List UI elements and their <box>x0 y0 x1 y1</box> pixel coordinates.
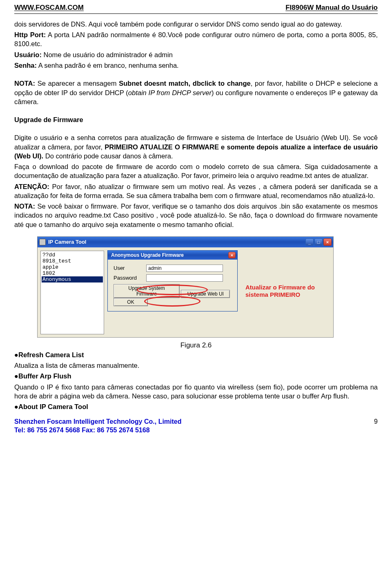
usuario-text: Nome de usuário do administrador é admin <box>42 51 173 58</box>
upgrade-firmware-title: Upgrade de Firmware <box>14 115 378 124</box>
inner-title-text: Anonymous Upgrade Firmware <box>109 252 228 258</box>
http-port-label: Http Port: <box>14 31 46 38</box>
refresh-title: ●Refresh Camera List <box>14 350 378 359</box>
nota2-text: Se você baixar o firmware. Por favor, ve… <box>14 202 378 228</box>
annotation-line1: Atualizar o Firmware do <box>245 284 315 291</box>
footer: Shenzhen Foscam Intelligent Technology C… <box>14 417 378 435</box>
footer-tel: Tel: 86 755 2674 5668 Fax: 86 755 2674 5… <box>14 426 378 435</box>
outer-close-button[interactable]: × <box>323 238 332 246</box>
para-nota2: NOTA: Se você baixar o firmware. Por fav… <box>14 202 378 229</box>
header-manual-title: FI8906W Manual do Usuário <box>285 3 378 13</box>
list-item[interactable]: 1802 <box>42 270 103 276</box>
para-dns: dois servidores de DNS. Aqui você também… <box>14 20 378 29</box>
about-title: ●About IP Camera Tool <box>14 402 378 411</box>
user-label: User <box>114 265 146 272</box>
nota-italic: obtain IP from DHCP server <box>128 89 212 96</box>
nota-label: NOTA: <box>14 80 35 87</box>
maximize-button[interactable]: □ <box>314 238 323 246</box>
buffer-text: Quando o IP é fixo tanto para câmeras co… <box>14 383 378 401</box>
header-underline <box>14 13 378 14</box>
para-usuario: Usuário: Nome de usuário do administrado… <box>14 50 378 59</box>
screenshot-figure: IP Camera Tool _ □ × ??dd 8918_test appl… <box>37 236 339 338</box>
outer-title-text: IP Camera Tool <box>48 238 305 246</box>
upgrade-firmware-dialog: Anonymous Upgrade Firmware × User Passwo… <box>107 250 238 311</box>
annotation-text: Atualizar o Firmware do sistema PRIMEIRO <box>245 284 315 298</box>
para-nota: NOTA: Se aparecer a mensagem Subnet does… <box>14 79 378 106</box>
nota-pre: Se aparecer a mensagem <box>35 80 119 87</box>
footer-company: Shenzhen Foscam Intelligent Technology C… <box>14 417 378 426</box>
page-number: 9 <box>374 417 378 426</box>
para-upgrade-2: Faça o download do pacote de firmware de… <box>14 162 378 180</box>
user-row: User <box>114 265 232 272</box>
upgrade-web-ui-button[interactable]: Upgrade Web UI <box>181 290 230 298</box>
para-http-port: Http Port: A porta LAN padrão normalment… <box>14 30 378 49</box>
para-atencao: ATENÇÃO: Por favor, não atualizar o firm… <box>14 182 378 200</box>
nota-msg: Subnet doesnt match, dbclick to change <box>119 80 250 87</box>
para-senha: Senha: A senha padrão é em branco, nenhu… <box>14 61 378 70</box>
camera-listbox[interactable]: ??dd 8918_test apple 1802 Anonymous <box>40 251 104 334</box>
list-item[interactable]: ??dd <box>42 252 103 258</box>
annotation-line2: sistema PRIMEIRO <box>245 291 315 298</box>
header-site: WWW.FOSCAM.COM <box>14 3 84 13</box>
nota2-label: NOTA: <box>14 202 35 210</box>
figure-label: Figura 2.6 <box>14 341 378 350</box>
http-port-text: A porta LAN padrão normalmente é 80.Você… <box>14 31 378 47</box>
atencao-text: Por favor, não atualizar o firmware sem … <box>14 183 378 199</box>
usuario-label: Usuário: <box>14 51 42 58</box>
upgrade-text-c: Do contrário pode causar danos à câmera. <box>43 152 173 160</box>
outer-titlebar: IP Camera Tool _ □ × <box>38 237 333 247</box>
password-input[interactable] <box>146 274 223 282</box>
dialog-content: User Password Upgrade System Firmware Up… <box>108 260 237 311</box>
inner-titlebar: Anonymous Upgrade Firmware × <box>108 251 237 260</box>
password-label: Password <box>114 274 146 282</box>
user-input[interactable] <box>146 265 223 272</box>
para-upgrade-1: Digite o usuário e a senha corretos para… <box>14 133 378 160</box>
list-item-selected[interactable]: Anonymous <box>42 276 103 282</box>
minimize-button[interactable]: _ <box>305 238 314 246</box>
refresh-text: Atualiza a lista de câmeras manualmente. <box>14 361 378 370</box>
app-icon <box>39 239 46 245</box>
list-item[interactable]: apple <box>42 264 103 270</box>
buffer-title: ●Buffer Arp Flush <box>14 371 378 380</box>
inner-close-button[interactable]: × <box>228 252 236 258</box>
senha-label: Senha: <box>14 62 37 69</box>
password-row: Password <box>114 274 232 282</box>
list-item[interactable]: 8918_test <box>42 258 103 264</box>
atencao-label: ATENÇÃO: <box>14 183 49 190</box>
upgrade-system-firmware-button[interactable]: Upgrade System Firmware <box>114 284 180 298</box>
ok-button[interactable]: OK <box>114 298 148 306</box>
senha-text: A senha padrão é em branco, nenhuma senh… <box>37 62 179 69</box>
